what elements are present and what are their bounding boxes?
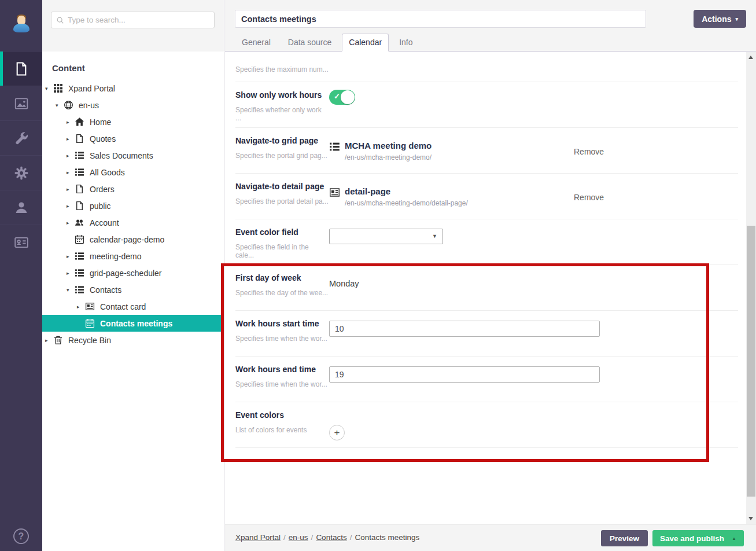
tree-item-account[interactable]: ▸Account <box>42 214 224 231</box>
search-input[interactable] <box>68 12 212 28</box>
tree-item-en-us[interactable]: ▾en-us <box>42 97 224 113</box>
caret-expanded-icon[interactable]: ▾ <box>45 86 53 91</box>
work-hours-start-input[interactable] <box>329 321 600 337</box>
scrollbar-thumb[interactable] <box>747 226 755 497</box>
tree-item-quotes[interactable]: ▸Quotes <box>42 130 224 147</box>
caret-collapsed-icon[interactable]: ▸ <box>45 337 53 343</box>
avatar-illustration <box>10 14 33 37</box>
tree-item-label: calendar-page-demo <box>90 235 164 244</box>
caret-collapsed-icon[interactable]: ▸ <box>67 254 75 259</box>
breadcrumb-item: Contacts meetings <box>355 533 419 542</box>
editor-panel: Actions ▾ GeneralData sourceCalendarInfo… <box>225 0 756 551</box>
caret-collapsed-icon[interactable]: ▸ <box>67 186 75 192</box>
breadcrumb-item[interactable]: Contacts <box>316 533 346 542</box>
tree-item-meeting-demo[interactable]: ▸meeting-demo <box>42 248 224 265</box>
section-rail: ? <box>0 0 42 551</box>
tab-bar: GeneralData sourceCalendarInfo <box>235 34 423 52</box>
picked-detail-page[interactable]: detail-page /en-us/mcha-meeting-demo/det… <box>329 186 574 207</box>
document-icon <box>75 134 84 144</box>
search-box <box>51 12 215 28</box>
tree-item-sales-documents[interactable]: ▸Sales Documents <box>42 147 224 164</box>
remove-grid-page-link[interactable]: Remove <box>574 147 604 156</box>
caret-expanded-icon[interactable]: ▾ <box>56 102 64 108</box>
field-row-work-start: Work hours start time Specifies time whe… <box>235 311 738 357</box>
field-help: Specifies the portal grid pag... <box>235 152 329 160</box>
tree-item-label: All Goods <box>90 168 125 177</box>
caret-collapsed-icon[interactable]: ▸ <box>67 220 75 226</box>
vertical-scrollbar[interactable] <box>746 52 756 524</box>
scroll-down-arrow-icon[interactable] <box>748 517 753 520</box>
caret-collapsed-icon[interactable]: ▸ <box>67 119 75 125</box>
rail-item-members[interactable] <box>0 225 42 259</box>
field-label: Navigate-to grid page <box>235 135 329 146</box>
content-name-input[interactable] <box>235 10 646 28</box>
tree-item-calendar-page-demo[interactable]: calendar-page-demo <box>42 231 224 248</box>
breadcrumb-item[interactable]: en-us <box>289 533 308 542</box>
caret-expanded-icon[interactable]: ▾ <box>67 287 75 293</box>
rail-item-media[interactable] <box>0 86 42 120</box>
picked-page-path: /en-us/mcha-meeting-demo/ <box>345 153 432 161</box>
field-row-work-end: Work hours end time Specifies time when … <box>235 357 738 402</box>
tab-general[interactable]: General <box>235 34 278 52</box>
tree-item-label: Sales Documents <box>90 151 153 160</box>
preview-button[interactable]: Preview <box>601 530 648 546</box>
list-icon <box>75 285 84 295</box>
gear-icon <box>14 166 29 181</box>
rail-item-users[interactable] <box>0 190 42 225</box>
event-color-field-select[interactable]: ▼ <box>329 229 443 244</box>
editor-header: Actions ▾ GeneralData sourceCalendarInfo <box>225 0 756 52</box>
tree-item-contact-card[interactable]: ▸Contact card <box>42 298 224 315</box>
tree-item-recycle-bin[interactable]: ▸Recycle Bin <box>42 332 224 348</box>
add-event-color-button[interactable]: + <box>329 425 345 440</box>
document-icon <box>14 61 29 76</box>
scroll-up-arrow-icon[interactable] <box>748 56 753 59</box>
field-row-show-work-hours: Show only work hours Specifies whether o… <box>235 82 738 128</box>
content-tree: ▾Xpand Portal▾en-us▸Home▸Quotes▸Sales Do… <box>42 80 224 348</box>
user-avatar[interactable] <box>0 0 42 51</box>
caret-collapsed-icon[interactable]: ▸ <box>67 270 75 276</box>
search-icon <box>56 16 64 24</box>
help-button[interactable]: ? <box>0 528 42 544</box>
field-help: Specifies the portal detail pa... <box>235 197 329 205</box>
globe-icon <box>64 100 73 110</box>
card-icon <box>329 187 340 198</box>
rail-item-content[interactable] <box>0 51 42 86</box>
tree-item-grid-page-scheduler[interactable]: ▸grid-page-scheduler <box>42 265 224 281</box>
caret-collapsed-icon[interactable]: ▸ <box>67 170 75 175</box>
tree-item-label: public <box>90 201 111 211</box>
save-and-publish-button[interactable]: Save and publish ▲ <box>652 530 744 546</box>
tree-item-orders[interactable]: ▸Orders <box>42 181 224 197</box>
caret-collapsed-icon[interactable]: ▸ <box>67 136 75 142</box>
picked-page-title: MCHA meeting demo <box>345 140 432 151</box>
actions-button[interactable]: Actions ▾ <box>694 10 746 28</box>
tree-item-xpand-portal[interactable]: ▾Xpand Portal <box>42 80 224 97</box>
caret-collapsed-icon[interactable]: ▸ <box>67 203 75 209</box>
tree-item-contacts-meetings[interactable]: Contacts meetings <box>42 315 224 332</box>
tree-item-all-goods[interactable]: ▸All Goods <box>42 164 224 181</box>
tree-section-title: Content <box>52 63 224 73</box>
tree-item-contacts[interactable]: ▾Contacts <box>42 281 224 298</box>
work-hours-end-input[interactable] <box>329 366 600 383</box>
tree-item-label: Quotes <box>90 134 116 144</box>
rail-item-packages[interactable] <box>0 155 42 190</box>
tree-item-public[interactable]: ▸public <box>42 197 224 214</box>
remove-detail-page-link[interactable]: Remove <box>574 193 604 202</box>
breadcrumb-separator: / <box>283 533 286 542</box>
tree-item-label: Contacts meetings <box>100 319 172 328</box>
caret-collapsed-icon[interactable]: ▸ <box>67 153 75 159</box>
breadcrumb-item[interactable]: Xpand Portal <box>235 533 281 542</box>
caret-collapsed-icon[interactable]: ▸ <box>77 304 85 310</box>
rail-item-settings[interactable] <box>0 120 42 155</box>
tab-calendar[interactable]: Calendar <box>342 34 389 52</box>
tree-item-home[interactable]: ▸Home <box>42 113 224 130</box>
tab-data-source[interactable]: Data source <box>281 34 338 52</box>
list-icon <box>329 141 340 152</box>
show-only-work-hours-toggle[interactable]: ✓ <box>329 90 355 105</box>
tab-info[interactable]: Info <box>392 34 419 52</box>
picked-grid-page[interactable]: MCHA meeting demo /en-us/mcha-meeting-de… <box>329 140 574 161</box>
field-help: Specifies the day of the wee... <box>235 289 329 297</box>
list-icon <box>75 251 84 261</box>
field-help: Specifies whether only work ... <box>235 106 329 122</box>
field-label: Show only work hours <box>235 90 329 100</box>
grid-icon <box>53 83 63 93</box>
